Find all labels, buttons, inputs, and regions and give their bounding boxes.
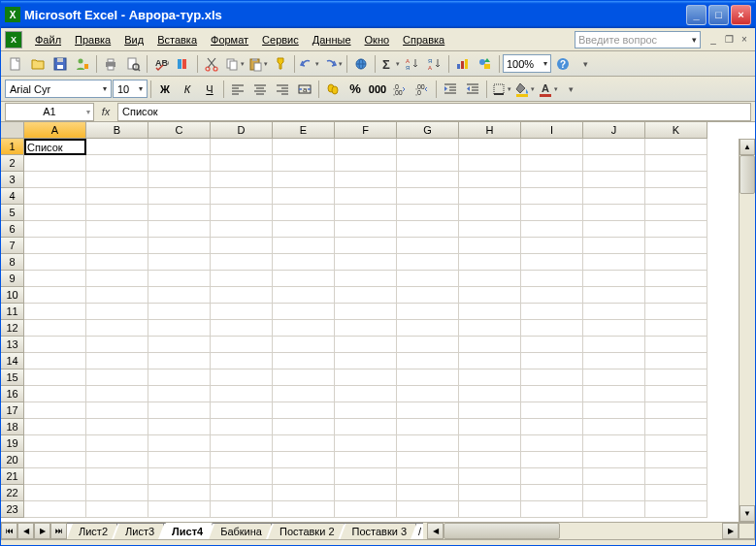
cell-H9[interactable] bbox=[459, 271, 521, 287]
cell-I15[interactable] bbox=[521, 369, 583, 386]
cell-D3[interactable] bbox=[211, 172, 273, 188]
borders-button[interactable] bbox=[490, 79, 512, 100]
column-header-F[interactable]: F bbox=[335, 122, 397, 139]
cell-C2[interactable] bbox=[148, 155, 211, 172]
cell-F13[interactable] bbox=[335, 337, 397, 353]
format-painter-button[interactable] bbox=[270, 53, 291, 75]
cell-F3[interactable] bbox=[335, 172, 397, 188]
cell-D10[interactable] bbox=[211, 287, 273, 304]
cell-I21[interactable] bbox=[521, 468, 583, 485]
cell-C11[interactable] bbox=[148, 304, 211, 320]
cell-H22[interactable] bbox=[459, 485, 521, 501]
sheet-tab-Поставки 3[interactable]: Поставки 3 bbox=[341, 524, 417, 539]
cell-A16[interactable] bbox=[24, 386, 86, 402]
cell-F10[interactable] bbox=[335, 287, 397, 304]
cell-F19[interactable] bbox=[335, 435, 397, 452]
row-header-10[interactable]: 10 bbox=[1, 287, 24, 304]
cell-A6[interactable] bbox=[24, 221, 86, 238]
cell-F8[interactable] bbox=[335, 254, 397, 271]
cell-G11[interactable] bbox=[397, 304, 459, 320]
cell-E22[interactable] bbox=[273, 485, 335, 501]
cell-D22[interactable] bbox=[211, 485, 273, 501]
cell-B12[interactable] bbox=[86, 320, 148, 337]
cell-C5[interactable] bbox=[148, 205, 211, 221]
cell-E12[interactable] bbox=[273, 320, 335, 337]
cell-J4[interactable] bbox=[583, 188, 645, 205]
cell-K3[interactable] bbox=[645, 172, 707, 188]
cell-F16[interactable] bbox=[335, 386, 397, 402]
cell-B21[interactable] bbox=[86, 468, 148, 485]
sheet-tab-Бабкина[interactable]: Бабкина bbox=[209, 524, 272, 539]
cell-C14[interactable] bbox=[148, 353, 211, 369]
cell-K1[interactable] bbox=[645, 139, 707, 155]
cell-B15[interactable] bbox=[86, 369, 148, 386]
cell-C6[interactable] bbox=[148, 221, 211, 238]
cell-F2[interactable] bbox=[335, 155, 397, 172]
cell-J9[interactable] bbox=[583, 271, 645, 287]
cell-J14[interactable] bbox=[583, 353, 645, 369]
cell-D6[interactable] bbox=[211, 221, 273, 238]
cell-A8[interactable] bbox=[24, 254, 86, 271]
align-right-button[interactable] bbox=[272, 79, 293, 100]
cell-H13[interactable] bbox=[459, 337, 521, 353]
cell-D13[interactable] bbox=[211, 337, 273, 353]
cell-K21[interactable] bbox=[645, 468, 707, 485]
cell-G21[interactable] bbox=[397, 468, 459, 485]
cell-C19[interactable] bbox=[148, 435, 211, 452]
cell-C17[interactable] bbox=[148, 402, 211, 419]
minimize-button[interactable]: _ bbox=[686, 5, 707, 25]
cell-C12[interactable] bbox=[148, 320, 211, 337]
cell-H8[interactable] bbox=[459, 254, 521, 271]
formula-input[interactable]: Список bbox=[117, 103, 751, 121]
cell-E19[interactable] bbox=[273, 435, 335, 452]
cell-G10[interactable] bbox=[397, 287, 459, 304]
cell-D17[interactable] bbox=[211, 402, 273, 419]
cell-E13[interactable] bbox=[273, 337, 335, 353]
cell-A10[interactable] bbox=[24, 287, 86, 304]
cell-A23[interactable] bbox=[24, 501, 86, 518]
cell-E2[interactable] bbox=[273, 155, 335, 172]
cell-K20[interactable] bbox=[645, 452, 707, 468]
cell-I11[interactable] bbox=[521, 304, 583, 320]
sheet-tab-Лист2[interactable]: Лист2 bbox=[67, 524, 117, 539]
tab-nav-prev[interactable]: ◀ bbox=[17, 523, 34, 539]
underline-button[interactable]: Ч bbox=[199, 79, 220, 100]
percent-button[interactable]: % bbox=[345, 79, 366, 100]
cell-E10[interactable] bbox=[273, 287, 335, 304]
cell-D15[interactable] bbox=[211, 369, 273, 386]
cell-E8[interactable] bbox=[273, 254, 335, 271]
row-header-22[interactable]: 22 bbox=[1, 485, 24, 501]
cell-B18[interactable] bbox=[86, 419, 148, 435]
cell-D4[interactable] bbox=[211, 188, 273, 205]
row-header-11[interactable]: 11 bbox=[1, 304, 24, 320]
fx-button[interactable]: fx bbox=[94, 106, 117, 117]
cell-D23[interactable] bbox=[211, 501, 273, 518]
cell-H3[interactable] bbox=[459, 172, 521, 188]
row-header-17[interactable]: 17 bbox=[1, 402, 24, 419]
cell-I5[interactable] bbox=[521, 205, 583, 221]
cell-A19[interactable] bbox=[24, 435, 86, 452]
cell-F11[interactable] bbox=[335, 304, 397, 320]
cell-D11[interactable] bbox=[211, 304, 273, 320]
menu-window[interactable]: Окно bbox=[358, 32, 397, 48]
cell-K10[interactable] bbox=[645, 287, 707, 304]
cell-B4[interactable] bbox=[86, 188, 148, 205]
font-color-button[interactable]: A bbox=[537, 79, 559, 100]
cell-A2[interactable] bbox=[24, 155, 86, 172]
tab-nav-last[interactable]: ⏭ bbox=[50, 523, 67, 539]
row-header-7[interactable]: 7 bbox=[1, 238, 24, 254]
cell-G17[interactable] bbox=[397, 402, 459, 419]
cell-G3[interactable] bbox=[397, 172, 459, 188]
row-header-2[interactable]: 2 bbox=[1, 155, 24, 172]
cell-H14[interactable] bbox=[459, 353, 521, 369]
cell-J20[interactable] bbox=[583, 452, 645, 468]
row-header-20[interactable]: 20 bbox=[1, 452, 24, 468]
permissions-button[interactable] bbox=[72, 53, 93, 75]
cell-E9[interactable] bbox=[273, 271, 335, 287]
align-center-button[interactable] bbox=[249, 79, 271, 100]
row-header-14[interactable]: 14 bbox=[1, 353, 24, 369]
row-header-23[interactable]: 23 bbox=[1, 501, 24, 518]
cell-C4[interactable] bbox=[148, 188, 211, 205]
cell-I2[interactable] bbox=[521, 155, 583, 172]
cell-C1[interactable] bbox=[148, 139, 211, 155]
